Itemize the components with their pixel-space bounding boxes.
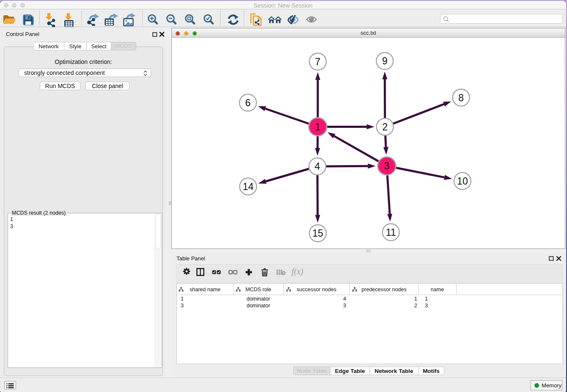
svg-text:2: 2 bbox=[382, 121, 388, 133]
svg-text:3: 3 bbox=[384, 160, 390, 171]
svg-text:15: 15 bbox=[312, 228, 323, 239]
svg-text:10: 10 bbox=[457, 176, 468, 187]
svg-text:9: 9 bbox=[382, 55, 388, 66]
svg-text:7: 7 bbox=[315, 56, 321, 67]
svg-text:6: 6 bbox=[245, 97, 251, 108]
svg-text:14: 14 bbox=[243, 181, 254, 192]
svg-text:4: 4 bbox=[315, 161, 320, 172]
svg-text:11: 11 bbox=[386, 227, 396, 238]
svg-text:1: 1 bbox=[315, 121, 321, 133]
svg-text:8: 8 bbox=[458, 92, 464, 103]
